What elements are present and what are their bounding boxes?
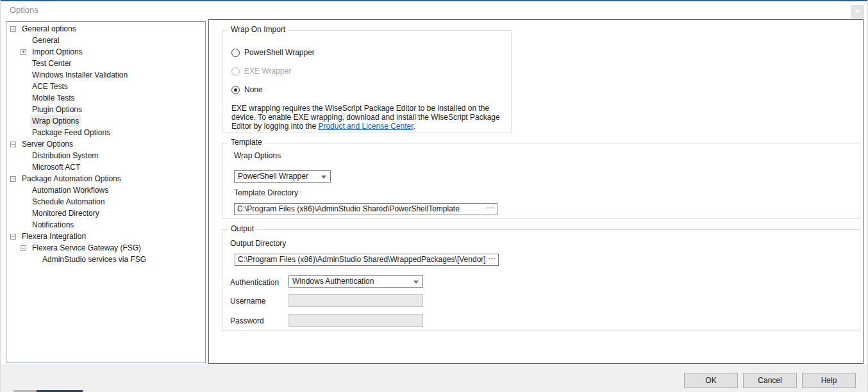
- settings-panel: Wrap On Import PowerShell WrapperEXE Wra…: [208, 19, 864, 364]
- tree-item-wrap-options[interactable]: Wrap Options: [6, 115, 205, 127]
- note-suffix: .: [413, 122, 415, 131]
- expand-icon[interactable]: +: [21, 49, 26, 55]
- tree-item-ace-tests[interactable]: ACE Tests: [6, 81, 205, 92]
- radio-icon[interactable]: [231, 49, 240, 57]
- tree-item-label: Windows Installer Validation: [30, 69, 129, 81]
- authentication-value: Windows Authentication: [292, 277, 374, 286]
- wrap-on-import-groupbox: Wrap On Import PowerShell WrapperEXE Wra…: [222, 30, 512, 133]
- ok-button[interactable]: OK: [684, 373, 738, 388]
- collapse-icon[interactable]: −: [21, 245, 26, 251]
- template-directory-value: C:\Program Files (x86)\AdminStudio Share…: [237, 204, 460, 213]
- tree-item-general[interactable]: General: [6, 35, 205, 46]
- radio-label: PowerShell Wrapper: [244, 48, 315, 57]
- tree-item-label: Schedule Automation: [30, 195, 106, 208]
- tree-item-package-automation-options[interactable]: −Package Automation Options: [6, 173, 205, 184]
- tree-item-label: Automation Workflows: [30, 184, 110, 197]
- tree-item-windows-installer-validation[interactable]: Windows Installer Validation: [6, 69, 205, 81]
- close-icon[interactable]: ✕: [851, 5, 864, 19]
- browse-icon[interactable]: ···: [484, 204, 497, 215]
- radio-icon: [231, 67, 240, 76]
- tree-item-distribution-system[interactable]: Distribution System: [6, 150, 205, 161]
- tree-item-label: ACE Tests: [30, 80, 70, 93]
- titlebar: Options ✕: [1, 1, 867, 19]
- collapse-icon[interactable]: −: [10, 142, 16, 147]
- tree-item-monitored-directory[interactable]: Monitored Directory: [6, 208, 205, 219]
- authentication-combobox[interactable]: Windows Authentication: [288, 275, 423, 288]
- tree-item-label: Mobile Tests: [30, 92, 76, 104]
- template-directory-label: Template Directory: [234, 188, 298, 197]
- browse-icon[interactable]: ···: [485, 254, 498, 265]
- tree-item-label: Flexera Service Gateway (FSG): [30, 241, 143, 254]
- tree-item-label: Monitored Directory: [30, 207, 101, 220]
- tree-item-label: Package Automation Options: [20, 172, 123, 185]
- collapse-icon[interactable]: −: [10, 26, 16, 32]
- product-license-center-link[interactable]: Product and License Center: [318, 122, 413, 131]
- tree-item-schedule-automation[interactable]: Schedule Automation: [6, 196, 205, 208]
- tree-item-label: Distribution System: [30, 149, 100, 162]
- wrap-options-value: PowerShell Wrapper: [238, 172, 308, 181]
- tree-item-label: Wrap Options: [30, 115, 81, 127]
- authentication-label: Authentication: [230, 278, 279, 287]
- wrap-options-label: Wrap Options: [234, 151, 281, 160]
- tree-item-notifications[interactable]: Notifications: [6, 219, 205, 231]
- password-input: [288, 314, 423, 327]
- tree-item-label: AdminStudio services via FSG: [40, 253, 148, 266]
- output-title: Output: [228, 224, 257, 233]
- output-directory-label: Output Directory: [230, 239, 286, 248]
- radio-exe-wrapper: EXE Wrapper: [231, 67, 291, 76]
- radio-powershell-wrapper[interactable]: PowerShell Wrapper: [231, 48, 315, 57]
- tree-item-label: Microsoft ACT: [30, 161, 82, 174]
- tree-item-package-feed-options[interactable]: Package Feed Options: [6, 127, 205, 138]
- password-label: Password: [230, 316, 264, 325]
- tree-item-flexera-service-gateway-fsg[interactable]: −Flexera Service Gateway (FSG): [6, 242, 205, 254]
- tree-item-flexera-integration[interactable]: −Flexera Integration: [6, 231, 205, 242]
- cancel-button[interactable]: Cancel: [743, 373, 797, 388]
- window-title: Options: [10, 5, 38, 15]
- options-tree: −General optionsGeneral+Import OptionsTe…: [6, 21, 206, 363]
- tree-item-label: Import Options: [30, 45, 85, 58]
- template-groupbox: Template Wrap Options PowerShell Wrapper…: [222, 143, 860, 219]
- tree-item-label: Plugin Options: [30, 103, 84, 116]
- output-groupbox: Output Output Directory C:\Program Files…: [222, 229, 860, 331]
- radio-label: None: [244, 85, 263, 94]
- radio-none[interactable]: None: [231, 85, 263, 94]
- wrap-options-combobox[interactable]: PowerShell Wrapper: [234, 170, 331, 183]
- tree-item-mobile-tests[interactable]: Mobile Tests: [6, 92, 205, 104]
- output-directory-input[interactable]: C:\Program Files (x86)\AdminStudio Share…: [235, 254, 499, 266]
- tree-item-microsoft-act[interactable]: Microsoft ACT: [6, 161, 205, 173]
- tree-item-label: General options: [20, 22, 78, 35]
- exe-wrapping-note: EXE wrapping requires the WiseScript Pac…: [231, 104, 506, 131]
- tree-item-test-center[interactable]: Test Center: [6, 58, 205, 69]
- tree-item-plugin-options[interactable]: Plugin Options: [6, 104, 205, 115]
- tree-item-label: Server Options: [20, 138, 75, 151]
- tree-item-label: Flexera Integration: [20, 230, 88, 243]
- tree-item-general-options[interactable]: −General options: [6, 23, 205, 35]
- username-label: Username: [230, 297, 265, 306]
- tree-item-server-options[interactable]: −Server Options: [6, 138, 205, 150]
- username-input: [288, 294, 423, 307]
- chevron-down-icon: [413, 281, 419, 284]
- tree-item-label: General: [30, 34, 62, 47]
- help-button[interactable]: Help: [802, 373, 856, 388]
- collapse-icon[interactable]: −: [10, 234, 16, 240]
- tree-item-label: Notifications: [30, 218, 76, 231]
- template-title: Template: [228, 138, 265, 147]
- tree-item-label: Test Center: [30, 57, 73, 70]
- tree-item-automation-workflows[interactable]: Automation Workflows: [6, 184, 205, 196]
- template-directory-input[interactable]: C:\Program Files (x86)\AdminStudio Share…: [234, 203, 497, 215]
- radio-icon[interactable]: [231, 86, 240, 94]
- output-directory-value: C:\Program Files (x86)\AdminStudio Share…: [238, 255, 499, 264]
- collapse-icon[interactable]: −: [10, 176, 16, 182]
- dialog-footer: OK Cancel Help: [1, 364, 868, 390]
- tree-item-adminstudio-services-via-fsg[interactable]: AdminStudio services via FSG: [6, 254, 205, 265]
- radio-label: EXE Wrapper: [244, 67, 291, 76]
- tree-item-label: Package Feed Options: [30, 126, 112, 139]
- tree-item-import-options[interactable]: +Import Options: [6, 46, 205, 58]
- chevron-down-icon: [321, 176, 326, 179]
- wrap-on-import-title: Wrap On Import: [228, 25, 288, 34]
